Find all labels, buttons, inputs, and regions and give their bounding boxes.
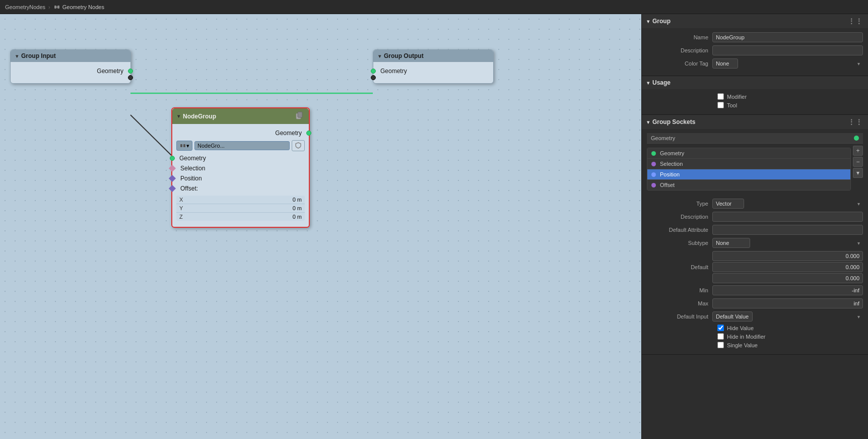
- group-section-title: Group: [652, 18, 671, 25]
- single-value-label: Single Value: [727, 342, 758, 348]
- group-section-header[interactable]: ▾ Group ⋮⋮: [642, 14, 868, 28]
- ng-offset-x-value[interactable]: 0 m: [189, 197, 302, 203]
- socket-description-input[interactable]: [712, 212, 863, 222]
- default-y-input[interactable]: [712, 262, 863, 272]
- usage-section-header[interactable]: ▾ Usage: [642, 76, 868, 89]
- socket-row-geometry-in: Geometry: [373, 66, 493, 76]
- group-input-node[interactable]: ▾ Group Input Geometry: [10, 49, 131, 84]
- modifier-row: Modifier: [647, 93, 863, 100]
- prop-label-default: Default: [647, 264, 712, 270]
- ng-socket-label-selection: Selection: [180, 165, 205, 172]
- ng-offset-z-label: Z: [179, 214, 189, 220]
- node-icon: [53, 4, 60, 11]
- prop-label-color-tag: Color Tag: [647, 60, 712, 67]
- tool-checkbox[interactable]: [717, 102, 724, 108]
- socket-item-position[interactable]: Position: [647, 169, 850, 180]
- color-tag-select[interactable]: None Red Orange Yellow Green Blue Purple: [712, 58, 738, 69]
- socket-label-geometry-out: Geometry: [97, 68, 123, 75]
- ng-socket-diamond-selection: [169, 165, 176, 172]
- sockets-area: Geometry Selection Position Offs: [647, 144, 863, 195]
- socket-row-dark-in: [373, 76, 493, 79]
- collapse-arrow-sockets: ▾: [647, 119, 649, 125]
- svg-rect-6: [298, 112, 302, 117]
- breadcrumb-item-2[interactable]: Geometry Nodes: [53, 4, 104, 11]
- ng-socket-row-geometry-out: Geometry: [172, 128, 309, 138]
- ng-socket-row-offset: Offset:: [172, 183, 309, 194]
- svg-rect-7: [180, 144, 182, 147]
- breadcrumb-label-2: Geometry Nodes: [62, 4, 104, 10]
- socket-item-geometry[interactable]: Geometry: [647, 148, 850, 159]
- group-sockets-title: Group Sockets: [652, 118, 695, 126]
- default-attribute-input[interactable]: [712, 225, 863, 235]
- sockets-list: Geometry Selection Position Offs: [647, 148, 851, 191]
- sockets-section-menu[interactable]: ⋮⋮: [848, 118, 863, 126]
- ng-icon-copy[interactable]: [295, 111, 304, 121]
- subtype-select[interactable]: None Translation Direction Velocity Acce…: [712, 238, 750, 248]
- ng-socket-diamond-position: [169, 175, 176, 182]
- socket-item-label-position: Position: [660, 171, 680, 177]
- right-panel: ▾ Group ⋮⋮ Name Description Color Tag: [641, 14, 868, 439]
- ng-name-input[interactable]: [194, 141, 290, 150]
- group-sockets-header[interactable]: ▾ Group Sockets ⋮⋮: [642, 115, 868, 129]
- ng-socket-label-offset: Offset:: [180, 185, 198, 192]
- socket-move-btn[interactable]: ▾: [853, 168, 863, 178]
- socket-add-btn[interactable]: +: [853, 146, 863, 156]
- min-input[interactable]: [712, 285, 863, 295]
- ng-offset-x-label: X: [179, 197, 189, 203]
- prop-label-max: Max: [647, 300, 712, 306]
- nodegroup-node[interactable]: ▾ NodeGroup Geometry ▾: [171, 107, 310, 228]
- collapse-arrow-ng[interactable]: ▾: [177, 113, 180, 119]
- ng-toolbar: ▾: [172, 138, 309, 153]
- default-input-select[interactable]: Default Value Use Input: [712, 311, 753, 322]
- breadcrumb-item-1[interactable]: GeometryNodes: [5, 4, 45, 10]
- default-z-input[interactable]: [712, 273, 863, 283]
- ng-offset-x: X 0 m: [176, 196, 305, 204]
- socket-dot-position: [651, 172, 656, 177]
- ng-offset-y-label: Y: [179, 205, 189, 211]
- prop-row-default: Default: [647, 251, 863, 283]
- ng-icon-btn[interactable]: ▾: [176, 141, 192, 151]
- prop-label-default-attr: Default Attribute: [647, 227, 712, 233]
- ng-shield-btn[interactable]: [292, 140, 305, 151]
- type-select[interactable]: Vector Float Integer Boolean Geometry Co…: [712, 199, 744, 209]
- modifier-checkbox[interactable]: [717, 93, 724, 100]
- socket-header-label: Geometry: [651, 135, 854, 141]
- group-output-header: ▾ Group Output: [373, 50, 493, 62]
- hide-value-checkbox[interactable]: [717, 325, 724, 331]
- ng-offset-y-value[interactable]: 0 m: [189, 205, 302, 211]
- socket-item-offset[interactable]: Offset: [647, 180, 850, 190]
- main-layout: ▾ Group Input Geometry ▾ Group Output: [0, 14, 868, 439]
- socket-item-label-offset: Offset: [660, 182, 675, 188]
- collapse-arrow-output[interactable]: ▾: [378, 53, 381, 59]
- socket-item-selection[interactable]: Selection: [647, 159, 850, 169]
- breadcrumb-separator: ›: [48, 4, 50, 10]
- group-description-input[interactable]: [712, 45, 863, 55]
- max-input[interactable]: [712, 298, 863, 308]
- socket-dot-geometry-out: [128, 69, 133, 74]
- svg-rect-1: [57, 6, 59, 9]
- ng-socket-diamond-offset: [169, 185, 176, 192]
- prop-label-type: Type: [647, 201, 712, 207]
- usage-section-title: Usage: [652, 79, 671, 86]
- ng-socket-dot-geometry-out: [306, 131, 311, 136]
- node-canvas[interactable]: ▾ Group Input Geometry ▾ Group Output: [0, 14, 641, 439]
- prop-row-default-attr: Default Attribute: [647, 225, 863, 235]
- ng-offset-z-value[interactable]: 0 m: [189, 214, 302, 220]
- prop-row-color-tag: Color Tag None Red Orange Yellow Green B…: [647, 58, 863, 69]
- sockets-controls: + − ▾: [853, 146, 863, 178]
- group-output-node[interactable]: ▾ Group Output Geometry: [373, 49, 494, 84]
- group-section-menu[interactable]: ⋮⋮: [848, 17, 863, 25]
- default-x-input[interactable]: [712, 251, 863, 261]
- socket-header-geometry: Geometry: [647, 133, 863, 144]
- single-value-checkbox[interactable]: [717, 342, 724, 348]
- color-tag-select-wrapper: None Red Orange Yellow Green Blue Purple: [712, 58, 863, 69]
- socket-remove-btn[interactable]: −: [853, 157, 863, 167]
- prop-row-min: Min: [647, 285, 863, 295]
- collapse-arrow-input[interactable]: ▾: [16, 53, 18, 59]
- socket-dot-dark-in: [371, 75, 376, 80]
- hide-modifier-checkbox[interactable]: [717, 333, 724, 340]
- group-name-input[interactable]: [712, 32, 863, 42]
- socket-item-label-geometry: Geometry: [660, 150, 684, 156]
- prop-row-desc: Description: [647, 212, 863, 222]
- ng-offset-z: Z 0 m: [176, 213, 305, 221]
